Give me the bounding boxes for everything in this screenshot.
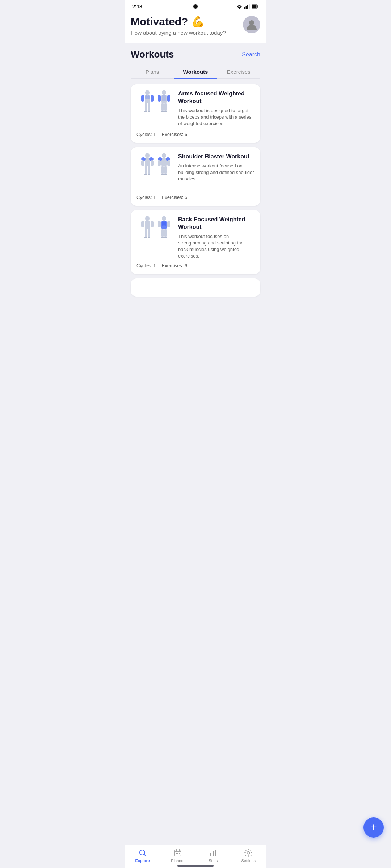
workout-text-shoulders: Shoulder Blaster Workout An intense work… [178, 153, 255, 191]
status-bar: 2:13 [125, 0, 266, 12]
signal-icon [244, 4, 250, 9]
svg-rect-51 [151, 221, 154, 227]
svg-rect-12 [147, 95, 150, 99]
svg-rect-47 [164, 174, 167, 175]
workout-card-shoulders[interactable]: Shoulder Blaster Workout An intense work… [131, 147, 260, 206]
svg-rect-29 [145, 158, 150, 166]
svg-rect-23 [167, 95, 170, 102]
svg-rect-46 [161, 174, 164, 175]
svg-rect-21 [162, 95, 166, 101]
svg-point-56 [162, 216, 166, 221]
tabs: Plans Workouts Exercises [131, 65, 260, 79]
svg-rect-25 [164, 103, 167, 111]
svg-rect-6 [258, 6, 259, 8]
svg-point-48 [145, 216, 150, 221]
svg-rect-18 [148, 111, 150, 112]
workout-title-back: Back-Focused Weighted Workout [178, 216, 255, 231]
svg-rect-1 [244, 7, 245, 9]
workout-desc-shoulders: An intense workout focused on building s… [178, 163, 255, 183]
avatar[interactable] [243, 16, 260, 33]
header-subtitle: How about trying a new workout today? [131, 30, 226, 36]
workout-image-shoulders [136, 153, 175, 191]
svg-rect-55 [148, 237, 150, 238]
svg-rect-34 [145, 166, 147, 174]
wifi-icon [236, 4, 242, 9]
svg-rect-11 [145, 95, 147, 99]
tab-plans[interactable]: Plans [131, 65, 174, 78]
workout-meta-back: Cycles: 1 Exercises: 6 [136, 263, 255, 268]
svg-point-40 [158, 157, 162, 161]
svg-rect-42 [158, 160, 161, 166]
svg-point-9 [145, 90, 150, 95]
header-top: Motivated? 💪 How about trying a new work… [131, 15, 260, 36]
header-title: Motivated? 💪 [131, 15, 226, 28]
svg-rect-15 [145, 103, 147, 111]
status-time: 2:13 [132, 4, 142, 9]
svg-rect-14 [151, 95, 154, 102]
workout-card-back[interactable]: Back-Focused Weighted Workout This worko… [131, 210, 260, 274]
svg-rect-49 [145, 221, 150, 229]
workout-cards-list: Arms-focused Weighted Workout This worko… [131, 84, 260, 333]
svg-rect-16 [148, 103, 150, 111]
svg-rect-50 [141, 221, 144, 227]
workout-cycles-back: Cycles: 1 [136, 263, 156, 268]
svg-point-41 [166, 157, 170, 161]
svg-rect-53 [148, 229, 150, 237]
workout-exercises-back: Exercises: 6 [161, 263, 187, 268]
svg-point-8 [249, 20, 254, 25]
tab-workouts[interactable]: Workouts [174, 65, 217, 78]
workout-desc-arms: This workout is designed to target the b… [178, 107, 255, 127]
workout-exercises-shoulders: Exercises: 6 [161, 195, 187, 200]
svg-rect-36 [144, 174, 147, 175]
workouts-header: Workouts Search [131, 49, 260, 60]
svg-rect-37 [148, 174, 150, 175]
workout-meta-shoulders: Cycles: 1 Exercises: 6 [136, 195, 255, 200]
svg-rect-3 [247, 5, 248, 9]
search-link[interactable]: Search [242, 51, 260, 58]
svg-rect-33 [151, 160, 154, 166]
svg-rect-52 [145, 229, 147, 237]
header: Motivated? 💪 How about trying a new work… [125, 12, 266, 43]
svg-rect-2 [246, 6, 247, 9]
battery-icon [252, 4, 259, 9]
workout-title-shoulders: Shoulder Blaster Workout [178, 153, 255, 161]
workout-card-partial[interactable] [131, 278, 260, 297]
svg-rect-39 [161, 158, 167, 166]
svg-rect-7 [252, 5, 257, 8]
status-icons [236, 4, 259, 9]
svg-rect-4 [249, 4, 250, 9]
arms-muscle-diagram [138, 90, 174, 128]
svg-rect-64 [161, 237, 164, 238]
svg-rect-24 [161, 103, 164, 111]
svg-rect-62 [161, 229, 164, 237]
back-muscle-diagram [138, 216, 174, 254]
svg-rect-61 [167, 221, 170, 227]
svg-point-19 [162, 90, 166, 95]
svg-rect-59 [164, 221, 166, 226]
tab-exercises[interactable]: Exercises [217, 65, 260, 78]
avatar-icon [245, 18, 258, 31]
svg-rect-44 [161, 166, 164, 174]
svg-rect-32 [141, 160, 144, 166]
svg-point-28 [145, 153, 150, 158]
shoulders-muscle-diagram [138, 153, 174, 191]
workout-text-arms: Arms-focused Weighted Workout This worko… [178, 90, 255, 128]
svg-rect-17 [144, 111, 147, 112]
svg-rect-13 [141, 95, 144, 102]
camera-dot [193, 4, 198, 9]
workout-image-arms [136, 90, 175, 128]
svg-point-30 [141, 157, 146, 161]
workouts-title: Workouts [131, 49, 174, 60]
svg-rect-35 [148, 166, 150, 174]
svg-point-31 [149, 157, 154, 161]
workout-cycles-arms: Cycles: 1 [136, 132, 156, 137]
svg-rect-65 [164, 237, 167, 238]
svg-rect-58 [162, 221, 164, 226]
workout-card-arms[interactable]: Arms-focused Weighted Workout This worko… [131, 84, 260, 143]
workout-image-back [136, 216, 175, 254]
svg-rect-43 [167, 160, 170, 166]
workout-text-back: Back-Focused Weighted Workout This worko… [178, 216, 255, 259]
svg-rect-45 [164, 166, 167, 174]
svg-point-0 [239, 8, 240, 9]
svg-point-38 [162, 153, 166, 158]
